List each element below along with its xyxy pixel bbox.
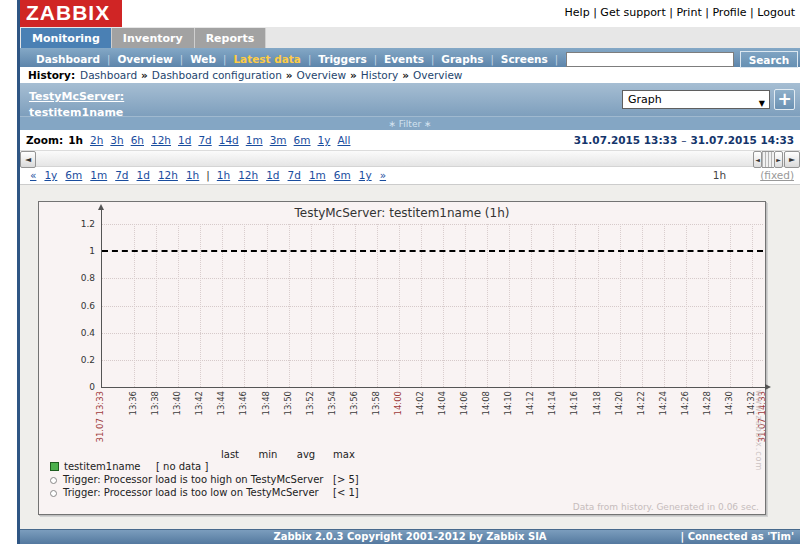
header-link-separator: | xyxy=(666,6,677,19)
shift-back-1y[interactable]: 1y xyxy=(44,169,57,181)
y-axis-tick-label: 0.2 xyxy=(55,355,95,365)
shift-fwd-12h[interactable]: 12h xyxy=(238,169,258,181)
nav-item-overview[interactable]: Overview xyxy=(117,53,172,65)
time-scrollbar[interactable]: ◄ ◄ ► ► xyxy=(20,150,800,167)
x-axis-tick-label: 14:10 xyxy=(503,391,513,416)
zoom-link-1y[interactable]: 1y xyxy=(318,134,331,146)
x-axis-tick-label: 13:56 xyxy=(349,391,359,416)
shift-back-arrow[interactable]: « xyxy=(30,169,36,181)
zoom-link-2h[interactable]: 2h xyxy=(90,134,103,146)
shift-back-1m[interactable]: 1m xyxy=(90,169,107,181)
nav-bar: Dashboard|Overview|Web|Latest data|Trigg… xyxy=(20,48,800,67)
breadcrumb-link-overview[interactable]: Overview xyxy=(297,69,346,81)
shift-fwd-6m[interactable]: 6m xyxy=(334,169,351,181)
x-axis-tick-label: 14:04 xyxy=(437,391,447,416)
x-axis-tick-label: 13:36 xyxy=(128,391,138,416)
breadcrumb-link-dashboard-configuration[interactable]: Dashboard configuration xyxy=(152,69,282,81)
y-axis-tick-label: 1.2 xyxy=(55,219,95,229)
scrollbar-right-button[interactable]: ► xyxy=(784,151,800,168)
nav-separator: | xyxy=(107,54,110,65)
search-input[interactable] xyxy=(566,52,734,67)
add-button[interactable]: + xyxy=(774,89,795,110)
nav-separator: | xyxy=(308,54,311,65)
scrollbar-slider[interactable]: ◄ ► xyxy=(753,151,783,168)
nav-item-dashboard[interactable]: Dashboard xyxy=(36,53,100,65)
v-gridline xyxy=(642,224,643,387)
chart-title: TestyMcServer: testitem1name (1h) xyxy=(39,206,765,220)
slider-left-handle[interactable]: ◄ xyxy=(753,151,762,168)
header-link-get-support[interactable]: Get support xyxy=(600,6,665,19)
shift-fwd-7d[interactable]: 7d xyxy=(288,169,301,181)
zoom-link-all[interactable]: All xyxy=(337,134,350,146)
graph-footnote: Data from history. Generated in 0.06 sec… xyxy=(573,502,759,512)
nav-item-graphs[interactable]: Graphs xyxy=(441,53,483,65)
shift-back-1d[interactable]: 1d xyxy=(137,169,150,181)
footer-copyright: Zabbix 2.0.3 Copyright 2001-2012 by Zabb… xyxy=(273,531,546,542)
v-gridline xyxy=(289,224,290,387)
nav-item-triggers[interactable]: Triggers xyxy=(318,53,366,65)
nav-item-web[interactable]: Web xyxy=(190,53,216,65)
header-link-print[interactable]: Print xyxy=(676,6,701,19)
zoom-link-1d[interactable]: 1d xyxy=(178,134,191,146)
zoom-link-3m[interactable]: 3m xyxy=(270,134,287,146)
header-link-help[interactable]: Help xyxy=(565,6,590,19)
v-gridline xyxy=(244,224,245,387)
x-axis-tick-label: 14:00 xyxy=(393,391,403,416)
zoom-link-14d[interactable]: 14d xyxy=(219,134,239,146)
graph-type-select[interactable]: Graph ▼ xyxy=(622,90,770,109)
shift-back-6m[interactable]: 6m xyxy=(65,169,82,181)
tab-inventory[interactable]: Inventory xyxy=(112,28,195,49)
shift-fwd-1m[interactable]: 1m xyxy=(309,169,326,181)
slider-right-handle[interactable]: ► xyxy=(774,151,783,168)
nav-item-events[interactable]: Events xyxy=(384,53,424,65)
slider-grip[interactable] xyxy=(762,151,774,168)
header-link-profile[interactable]: Profile xyxy=(712,6,746,19)
zoom-link-12h[interactable]: 12h xyxy=(151,134,171,146)
shift-fwd-1y[interactable]: 1y xyxy=(359,169,372,181)
period-info: 1h(fixed) xyxy=(713,169,794,181)
zoom-link-1m[interactable]: 1m xyxy=(246,134,263,146)
date-to-link[interactable]: 31.07.2015 14:33 xyxy=(690,134,794,146)
legend-header-avg: avg xyxy=(287,449,325,460)
legend-header-last: last xyxy=(211,449,249,460)
zoom-link-6h[interactable]: 6h xyxy=(131,134,144,146)
v-gridline xyxy=(465,224,466,387)
footer-connected: | Connected as 'Tim' xyxy=(681,530,794,543)
shift-fwd-1h[interactable]: 1h xyxy=(217,169,230,181)
scrollbar-left-button[interactable]: ◄ xyxy=(20,151,36,168)
nav-item-latest-data[interactable]: Latest data xyxy=(233,53,301,65)
date-from-link[interactable]: 31.07.2015 13:33 xyxy=(574,134,678,146)
nav-item-screens[interactable]: Screens xyxy=(501,53,548,65)
zoom-row: Zoom:1h2h3h6h12h1d7d14d1m3m6m1yAll 31.07… xyxy=(20,130,800,150)
nav-separator: | xyxy=(223,54,226,65)
tab-monitoring[interactable]: Monitoring xyxy=(21,28,112,49)
series-status: [ no data ] xyxy=(156,461,208,472)
series-color-swatch xyxy=(50,462,59,471)
zoom-link-3h[interactable]: 3h xyxy=(110,134,123,146)
v-gridline xyxy=(421,224,422,387)
x-axis-tick-label: 13:50 xyxy=(283,391,293,416)
graph-image[interactable]: TestyMcServer: testitem1name (1h) 00.20.… xyxy=(38,201,766,515)
host-link[interactable]: TestyMcServer: xyxy=(29,90,124,103)
period-shift-row: «1y6m1m7d1d12h1h|1h12h1d7d1m6m1y» 1h(fix… xyxy=(20,167,800,185)
fixed-link[interactable]: (fixed) xyxy=(760,169,794,181)
breadcrumb-link-history[interactable]: History xyxy=(361,69,398,81)
v-gridline xyxy=(222,224,223,387)
y-axis xyxy=(101,210,102,387)
breadcrumb-link-overview[interactable]: Overview xyxy=(413,69,462,81)
trigger-row: Trigger: Processor load is too high on T… xyxy=(50,474,470,485)
zoom-link-7d[interactable]: 7d xyxy=(198,134,211,146)
shift-back-7d[interactable]: 7d xyxy=(115,169,128,181)
graph-type-value: Graph xyxy=(628,93,662,106)
v-gridline xyxy=(575,224,576,387)
search-button[interactable]: Search xyxy=(740,51,798,68)
tab-reports[interactable]: Reports xyxy=(195,28,267,49)
breadcrumb-link-dashboard[interactable]: Dashboard xyxy=(80,69,137,81)
zoom-link-6m[interactable]: 6m xyxy=(294,134,311,146)
shift-fwd-1d[interactable]: 1d xyxy=(266,169,279,181)
header-link-logout[interactable]: Logout xyxy=(757,6,795,19)
shift-back-1h[interactable]: 1h xyxy=(186,169,199,181)
shift-forward-arrow[interactable]: » xyxy=(380,169,386,181)
trigger-label: Trigger: Processor load is too high on T… xyxy=(63,474,333,485)
shift-back-12h[interactable]: 12h xyxy=(158,169,178,181)
